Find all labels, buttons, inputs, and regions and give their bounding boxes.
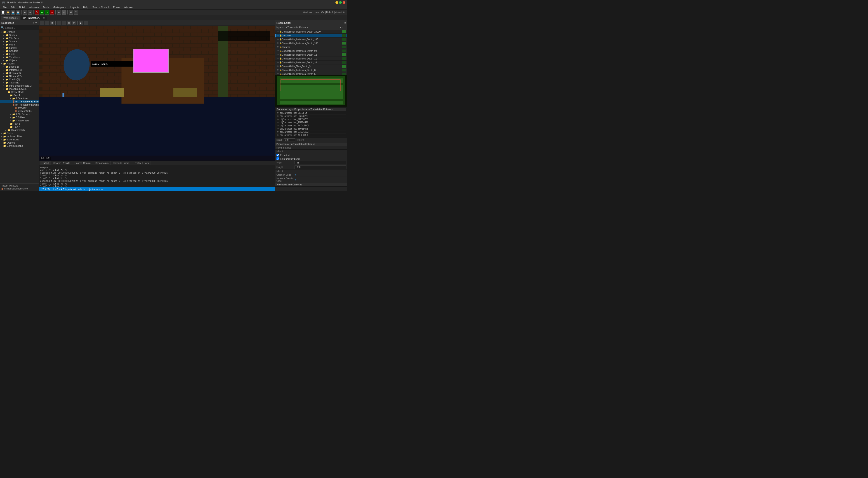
tree-item-2-no-service[interactable]: ▸📁2 No Service [0, 113, 39, 116]
darkness-instance-5[interactable]: 👁objDarkness inst_880254D5 [276, 127, 346, 130]
new-button[interactable]: 📄 [1, 10, 5, 15]
layer-eye-4[interactable]: 👁 [276, 46, 279, 49]
layer-lock-11[interactable]: 🔒 [279, 72, 282, 75]
darkness-instance-1[interactable]: 👁objDarkness inst_D6623728 [276, 115, 346, 118]
tab-workspace[interactable]: Workspace 1 [1, 16, 20, 20]
layers-add-button[interactable]: + [340, 26, 341, 29]
depth-inherit-button[interactable]: Inherit [298, 139, 304, 141]
layer-item-4[interactable]: 👁 🔒 Corners [275, 45, 347, 49]
darkness-instance-2[interactable]: 👁objDarkness inst_22FC6203 [276, 118, 346, 121]
layer-item-6[interactable]: 👁 🔒 Compatibility_Instances_Depth_12 [275, 53, 347, 57]
darkness-instance-4[interactable]: 👁objDarkness inst_FCO138C1 [276, 124, 346, 127]
layer-eye-3[interactable]: 👁 [276, 42, 279, 44]
tree-item-rooms[interactable]: ▾📁Rooms [0, 62, 39, 65]
add-resource-button[interactable]: + [33, 22, 34, 24]
darkness-instance-6[interactable]: 👁objDarkness inst_E36C6863 [276, 130, 346, 133]
tree-item-shaders[interactable]: ▸📁Shaders [0, 49, 39, 53]
tree-item-configurations[interactable]: ▸📁Configurations [0, 144, 39, 147]
layer-eye-1[interactable]: 👁 [276, 34, 279, 37]
width-input[interactable] [294, 161, 346, 165]
layer-eye-6[interactable]: 👁 [276, 53, 279, 56]
settings-button[interactable]: ⚙ [69, 10, 73, 15]
menu-source-control[interactable]: Source Control [91, 5, 111, 9]
recent-room-item[interactable]: 🚪 rmTrainstationEntrance [1, 187, 38, 190]
title-bar-controls[interactable]: ─ □ ✕ [336, 1, 345, 4]
tree-item-options[interactable]: ▸📁Options [0, 141, 39, 144]
tree-item-notes[interactable]: ▸📁Notes [0, 131, 39, 135]
tree-item-tutorial(1)[interactable]: ▸📁Tutorial(1) [0, 81, 39, 84]
tab-syntax-errors[interactable]: Syntax Errors [132, 161, 151, 165]
menu-room[interactable]: Room [111, 5, 121, 9]
pencil-button[interactable]: ✏ [57, 10, 61, 15]
close-tab-button[interactable]: × [43, 17, 44, 19]
menu-file[interactable]: File [1, 5, 8, 9]
layer-eye-5[interactable]: 👁 [276, 50, 279, 52]
clear-display-checkbox[interactable] [276, 157, 279, 160]
tree-item-rmtrainstationentrance[interactable]: 🚪rmTrainstationEntrance [0, 100, 39, 103]
tree-item-scripts[interactable]: ▸📁Scripts [0, 46, 39, 49]
layer-eye-10[interactable]: 👁 [276, 69, 279, 71]
layer-item-3[interactable]: 👁 🔒 Compatibility_Instances_Depth_100 [275, 41, 347, 45]
layer-item-1[interactable]: 👁 🔒 Darkness [275, 34, 347, 37]
layer-eye-11[interactable]: 👁 [276, 72, 279, 75]
darkness-instance-3[interactable]: 👁objDarkness inst_26EA4498 [276, 121, 346, 124]
room-inherit-button[interactable]: ↑ [84, 21, 88, 25]
room-zoom-in-button[interactable]: + [57, 21, 61, 25]
tree-item-rmalley[interactable]: 🚪rmAlley [0, 106, 39, 110]
darkness-instance-7[interactable]: 👁objDarkness inst_4E9E8858 [276, 133, 346, 137]
tab-search-results[interactable]: Search Results [52, 161, 72, 165]
tree-item-sounds[interactable]: ▸📁Sounds [0, 40, 39, 43]
layer-item-2[interactable]: 👁 🔒 Compatibility_Instances_Depth_105 [275, 37, 347, 41]
creation-code-link[interactable]: ✎ [294, 174, 296, 176]
tree-item-dreams(3)[interactable]: ▸📁Dreams(3) [0, 71, 39, 74]
layer-item-11[interactable]: 👁 🔒 Compatibility_Instances_Depth_5 [275, 72, 347, 75]
tree-item-objects[interactable]: ▸📁Objects [0, 59, 39, 62]
menu-windows[interactable]: Windows [27, 5, 41, 9]
darkness-instance-0[interactable]: 👁objDarkness inst_981CFCf [276, 112, 346, 115]
layer-eye-7[interactable]: 👁 [276, 57, 279, 60]
tree-item-fonts[interactable]: ▸📁Fonts [0, 53, 39, 56]
room-grid-button[interactable]: # [72, 21, 76, 25]
tree-item-part-3[interactable]: ▸📁Part 3 [0, 122, 39, 125]
room-delete-layer-button[interactable]: - [45, 21, 49, 25]
tree-item-extensions[interactable]: ▸📁Extensions [0, 138, 39, 141]
layer-eye-8[interactable]: 👁 [276, 61, 279, 64]
tab-room[interactable]: rmTrainstation... × [21, 16, 47, 20]
tree-item-deathmatch[interactable]: ▸📁Deathmatch [0, 128, 39, 131]
tree-item-niklaso(12)[interactable]: ▸📁Niklaso(12) [0, 74, 39, 78]
tree-item-sprites[interactable]: ▸📁Sprites [0, 33, 39, 37]
menu-window[interactable]: Window [122, 5, 134, 9]
layers-delete-button[interactable]: - [342, 26, 343, 29]
tree-item-tile-sets[interactable]: ▸📁Tile Sets [0, 37, 39, 40]
layer-lock-1[interactable]: 🔒 [279, 34, 282, 37]
undo-button[interactable]: ↩ [23, 10, 27, 15]
tree-item-default[interactable]: ▾📁Default [0, 30, 39, 33]
room-editor-close[interactable]: × [344, 22, 346, 24]
room-zoom-out-button[interactable]: - [62, 21, 66, 25]
layers-up-button[interactable]: ↑ [343, 26, 344, 29]
debug-button[interactable]: ▷ [45, 10, 49, 15]
tree-item-paths[interactable]: ▸📁Paths [0, 43, 39, 46]
layer-lock-4[interactable]: 🔒 [279, 46, 282, 49]
tree-item-part-1[interactable]: ▾📁Part 1 [0, 94, 39, 97]
close-button[interactable]: ✕ [343, 1, 345, 4]
room-fit-button[interactable]: ⊞ [67, 21, 71, 25]
save-button[interactable]: 💾 [11, 10, 16, 15]
tree-item-credits(4)[interactable]: ▸📁Credits(4) [0, 78, 39, 81]
stop-button[interactable]: ■ [50, 10, 54, 15]
room-canvas[interactable]: (23, 629) [39, 26, 275, 160]
room-add-layer-button[interactable]: + [40, 21, 44, 25]
search-input[interactable] [5, 26, 38, 29]
layer-eye-0[interactable]: 👁 [276, 30, 279, 33]
maximize-button[interactable]: □ [339, 1, 342, 4]
minimize-button[interactable]: ─ [336, 1, 338, 4]
menu-edit[interactable]: Edit [9, 5, 17, 9]
run-button[interactable]: ▶ [40, 10, 44, 15]
layer-item-9[interactable]: 👁 🔒 Compatibility_Tiles_Depth_9 [275, 64, 347, 68]
layer-lock-9[interactable]: 🔒 [279, 65, 282, 68]
layer-lock-5[interactable]: 🔒 [279, 50, 282, 52]
layer-lock-2[interactable]: 🔒 [279, 38, 282, 41]
eraser-button[interactable]: ◻ [62, 10, 66, 15]
build-button[interactable]: 🔨 [35, 10, 39, 15]
height-input[interactable] [294, 166, 346, 169]
